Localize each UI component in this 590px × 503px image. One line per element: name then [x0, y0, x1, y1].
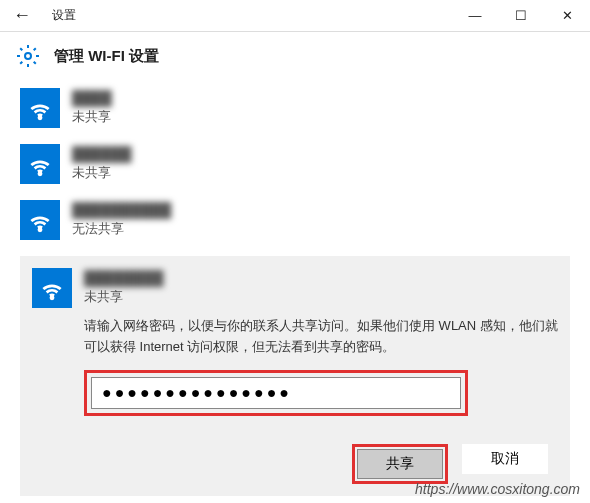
share-highlight: 共享 [352, 444, 448, 484]
titlebar: ← 设置 — ☐ ✕ [0, 0, 590, 32]
wifi-icon [20, 200, 60, 240]
network-status: 未共享 [84, 288, 163, 306]
network-name: ██████████ [72, 202, 171, 218]
page-header: 管理 WI-FI 设置 [0, 32, 590, 80]
maximize-button[interactable]: ☐ [498, 0, 544, 32]
network-item[interactable]: ██████████ 无法共享 [20, 192, 570, 248]
network-status: 未共享 [72, 164, 132, 182]
svg-point-1 [39, 117, 41, 119]
network-item[interactable]: ██████ 未共享 [20, 136, 570, 192]
wifi-icon [20, 88, 60, 128]
svg-point-2 [39, 173, 41, 175]
window-title: 设置 [52, 7, 452, 24]
minimize-button[interactable]: — [452, 0, 498, 32]
svg-point-0 [25, 53, 31, 59]
cancel-button[interactable]: 取消 [462, 444, 548, 474]
wifi-icon [20, 144, 60, 184]
password-input[interactable] [91, 377, 461, 409]
network-item[interactable]: ████ 未共享 [20, 80, 570, 136]
network-name: ████ [72, 90, 112, 106]
network-status: 无法共享 [72, 220, 171, 238]
close-button[interactable]: ✕ [544, 0, 590, 32]
network-item: ████████ 未共享 [32, 268, 558, 308]
password-highlight [84, 370, 468, 416]
svg-point-3 [39, 229, 41, 231]
network-name: ██████ [72, 146, 132, 162]
share-description: 请输入网络密码，以便与你的联系人共享访问。如果他们使用 WLAN 感知，他们就可… [84, 316, 558, 358]
wifi-icon [32, 268, 72, 308]
back-button[interactable]: ← [0, 0, 44, 32]
expanded-network-panel: ████████ 未共享 请输入网络密码，以便与你的联系人共享访问。如果他们使用… [20, 256, 570, 496]
page-title: 管理 WI-FI 设置 [54, 47, 159, 66]
network-status: 未共享 [72, 108, 112, 126]
network-name: ████████ [84, 270, 163, 286]
watermark: https://www.cosxitong.com [415, 481, 580, 497]
svg-point-4 [51, 297, 53, 299]
share-button[interactable]: 共享 [357, 449, 443, 479]
gear-icon [16, 44, 40, 68]
